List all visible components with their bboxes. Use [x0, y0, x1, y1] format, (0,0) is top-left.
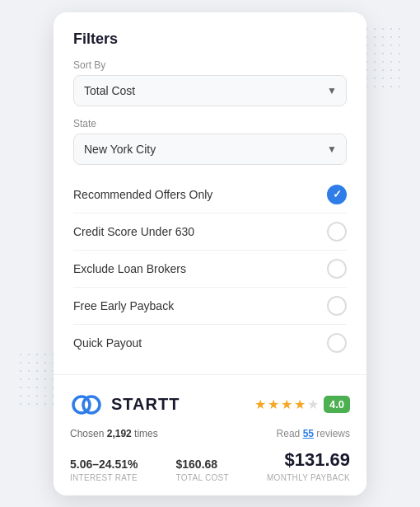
payback-stat: $131.69 Monthly Payback	[267, 449, 350, 482]
checkbox-exclude-brokers-label: Exclude Loan Brokers	[73, 262, 186, 275]
star-1: ★	[254, 397, 266, 412]
lender-name: STARTT	[111, 395, 180, 414]
checkbox-credit-score-control[interactable]	[327, 222, 347, 242]
monthly-amount-value: $160.68	[176, 458, 230, 471]
reviews-link[interactable]: 55	[303, 428, 314, 439]
sort-by-label: Sort By	[73, 59, 347, 71]
reviews-text: Read 55 reviews	[277, 428, 350, 439]
checkbox-free-payback[interactable]: Free Early Payback	[73, 288, 347, 325]
lender-stats: 5.06–24.51% Interest Rate $160.68 Total …	[70, 449, 350, 482]
payback-label: Monthly Payback	[267, 473, 350, 482]
checkbox-exclude-brokers[interactable]: Exclude Loan Brokers	[73, 251, 347, 288]
monthly-amount-label: Total Cost	[176, 473, 230, 482]
rating-badge: 4.0	[324, 396, 350, 413]
checkbox-recommended-control[interactable]	[327, 185, 347, 204]
state-label: State	[73, 118, 347, 129]
checkbox-quick-payout-label: Quick Payout	[73, 336, 142, 350]
filters-title: Filters	[73, 31, 347, 48]
lender-logo-area: STARTT	[70, 388, 180, 421]
checkbox-quick-payout[interactable]: Quick Payout	[73, 325, 347, 361]
checkbox-recommended[interactable]: Recommended Offers Only	[73, 176, 347, 214]
star-3: ★	[281, 397, 292, 412]
main-card: Filters Sort By Total Cost Interest Rate…	[54, 12, 366, 495]
interest-rate-value: 5.06–24.51%	[70, 458, 138, 471]
interest-rate-stat: 5.06–24.51% Interest Rate	[70, 458, 138, 482]
chosen-count-text: Chosen 2,192 times	[70, 428, 158, 439]
monthly-amount-stat: $160.68 Total Cost	[176, 458, 230, 482]
lender-logo-icon	[70, 388, 103, 421]
svg-point-1	[83, 397, 100, 413]
checkbox-free-payback-label: Free Early Payback	[73, 299, 174, 312]
checkbox-list: Recommended Offers Only Credit Score Und…	[73, 176, 347, 361]
checkbox-quick-payout-control[interactable]	[327, 333, 347, 353]
star-2: ★	[268, 397, 279, 412]
filters-panel: Filters Sort By Total Cost Interest Rate…	[54, 12, 366, 374]
state-select[interactable]: New York City Los Angeles Chicago Housto…	[73, 134, 347, 165]
checkbox-credit-score[interactable]: Credit Score Under 630	[73, 214, 347, 251]
rating-area: ★ ★ ★ ★ ★ 4.0	[254, 396, 350, 413]
chosen-count: 2,192	[107, 428, 132, 439]
sort-by-select[interactable]: Total Cost Interest Rate Monthly Payment…	[73, 75, 347, 106]
state-wrapper: New York City Los Angeles Chicago Housto…	[73, 134, 347, 165]
star-4: ★	[294, 397, 306, 412]
star-5: ★	[307, 397, 319, 412]
star-rating: ★ ★ ★ ★ ★	[254, 397, 319, 412]
checkbox-free-payback-control[interactable]	[327, 296, 347, 316]
sort-by-wrapper: Total Cost Interest Rate Monthly Payment…	[73, 75, 347, 106]
lender-header: STARTT ★ ★ ★ ★ ★ 4.0	[70, 388, 350, 421]
checkbox-recommended-label: Recommended Offers Only	[73, 188, 212, 201]
checkbox-credit-score-label: Credit Score Under 630	[73, 225, 194, 238]
lender-sub-info: Chosen 2,192 times Read 55 reviews	[70, 428, 350, 439]
interest-rate-label: Interest Rate	[70, 473, 138, 482]
checkbox-exclude-brokers-control[interactable]	[327, 259, 347, 279]
lender-card: STARTT ★ ★ ★ ★ ★ 4.0 Chosen 2,192 times …	[54, 374, 366, 495]
payback-value: $131.69	[267, 449, 350, 471]
